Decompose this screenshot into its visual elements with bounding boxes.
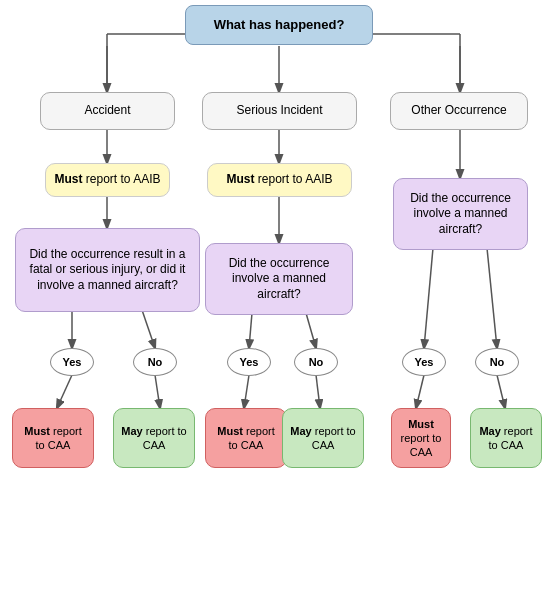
must-aaib-1-node: Must report to AAIB [45,163,170,197]
may-caa-other-no: May report to CAA [470,408,542,468]
may-caa-serious-no: May report to CAA [282,408,364,468]
question-accident-node: Did the occurrence result in a fatal or … [15,228,200,312]
svg-line-16 [306,313,316,348]
svg-line-23 [497,375,505,408]
must-caa-serious-yes: Must report to CAA [205,408,287,468]
accident-node: Accident [40,92,175,130]
question-other-node: Did the occurrence involve a manned airc… [393,178,528,250]
must-caa-accident-yes: Must report to CAA [12,408,94,468]
svg-line-15 [249,313,252,348]
svg-line-20 [424,248,433,348]
svg-line-21 [487,248,497,348]
svg-line-22 [416,375,424,408]
svg-line-12 [155,375,160,408]
svg-line-11 [57,375,72,408]
other-occurrence-node: Other Occurrence [390,92,528,130]
start-node: What has happened? [185,5,373,45]
no-circle-other: No [475,348,519,376]
no-circle-serious: No [294,348,338,376]
yes-circle-accident: Yes [50,348,94,376]
yes-circle-serious: Yes [227,348,271,376]
may-caa-accident-no: May report to CAA [113,408,195,468]
yes-circle-other: Yes [402,348,446,376]
must-caa-other-yes: Must report to CAA [391,408,451,468]
must-aaib-2-node: Must report to AAIB [207,163,352,197]
flowchart: What has happened? Accident Serious Inci… [0,0,558,613]
no-circle-accident: No [133,348,177,376]
svg-line-10 [142,310,155,348]
serious-incident-node: Serious Incident [202,92,357,130]
svg-line-17 [244,375,249,408]
question-serious-node: Did the occurrence involve a manned airc… [205,243,353,315]
svg-line-18 [316,375,320,408]
